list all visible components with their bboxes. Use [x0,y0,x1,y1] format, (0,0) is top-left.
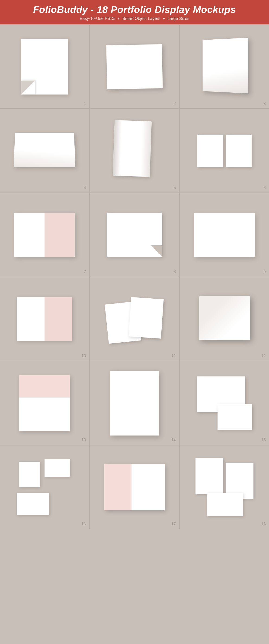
mockup-9 [194,213,255,257]
roll-5 [113,120,152,177]
paper-4 [14,133,76,167]
card-6b [226,134,251,167]
paper-9 [194,213,255,257]
paper-18c [207,493,243,516]
card-16b [45,459,70,477]
cell-14: 14 [90,362,179,445]
mockup-1 [21,39,68,94]
mockup-6 [197,134,251,167]
cell-number-13: 13 [81,438,86,442]
paper-2 [106,44,163,89]
cell-number-18: 18 [261,522,266,526]
cell-number-17: 17 [171,522,176,526]
paper-11b [128,297,164,338]
paper-18a [195,458,223,494]
mockup-14 [110,371,159,436]
cell-number-7: 7 [84,270,86,274]
cell-number-16: 16 [81,522,86,526]
cell-18: 18 [180,446,269,529]
card-16c [17,493,49,515]
mockup-10 [17,297,72,341]
dot-2 [163,18,165,20]
curl-1 [21,80,35,94]
paper-14 [110,371,159,436]
cell-number-5: 5 [173,185,176,190]
paper-7 [14,213,75,257]
cell-number-11: 11 [171,354,176,358]
mockup-5 [114,121,155,181]
cell-number-1: 1 [84,101,86,106]
mockup-7 [14,213,75,257]
cell-number-15: 15 [261,438,266,442]
cell-number-14: 14 [171,438,176,442]
subtitle-3: Large Sizes [167,16,189,21]
mockup-4 [14,132,75,169]
cell-number-2: 2 [173,101,176,106]
brand-name: FolioBuddy [33,4,88,15]
cell-1: 1 [0,25,89,108]
cell-6: 6 [180,109,269,192]
cell-number-6: 6 [263,185,266,190]
mockup-17 [104,464,165,510]
cell-12: 12 [180,277,269,361]
cell-16: 16 [0,446,89,529]
paper-15b [217,404,252,430]
cell-number-10: 10 [81,354,86,358]
paper-3 [202,38,248,93]
subtitle-2: Smart Object Layers [122,16,160,21]
cell-number-8: 8 [173,270,176,274]
cell-number-3: 3 [263,101,266,106]
cell-10: 10 [0,277,89,361]
mockup-8 [107,213,162,257]
card-6a [197,134,223,167]
cell-number-4: 4 [84,185,86,190]
cell-number-12: 12 [261,354,266,358]
cell-3: 3 [180,25,269,108]
cell-13: 13 [0,362,89,445]
dot-1 [118,18,119,20]
mockup-13 [19,375,70,431]
cell-5: 5 [90,109,179,192]
curl-8 [151,245,162,257]
mockup-2 [107,45,162,89]
cell-17: 17 [90,446,179,529]
cell-2: 2 [90,25,179,108]
header-subtitle: Easy-To-Use PSDs Smart Object Layers Lar… [6,16,263,21]
paper-10 [17,297,72,341]
header: FolioBuddy - 18 Portfolio Display Mockup… [0,0,269,24]
mockup-3 [201,39,248,94]
paper-17 [104,464,165,510]
cell-8: 8 [90,193,179,276]
cell-9: 9 [180,193,269,276]
mockup-grid: 1 2 3 4 5 6 [0,24,269,529]
cell-15: 15 [180,362,269,445]
mockup-18 [195,458,253,516]
paper-13 [19,375,70,431]
mockup-16 [17,457,72,517]
cell-7: 7 [0,193,89,276]
header-title: FolioBuddy - 18 Portfolio Display Mockup… [6,4,263,15]
cell-4: 4 [0,109,89,192]
card-16a [19,462,40,487]
paper-12 [199,296,250,340]
cell-11: 11 [90,277,179,361]
mockup-15 [197,376,252,430]
subtitle-1: Easy-To-Use PSDs [80,16,115,21]
mockup-11 [107,296,162,342]
title-suffix: - 18 Portfolio Display Mockups [88,4,236,15]
cell-number-9: 9 [263,270,266,274]
mockup-12 [199,296,250,342]
